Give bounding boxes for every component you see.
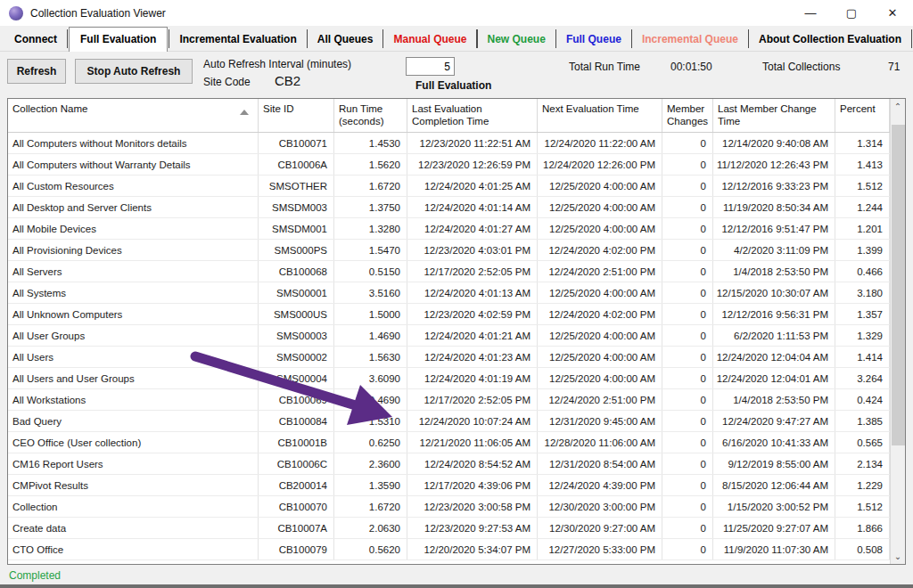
tab-full-evaluation[interactable]: Full Evaluation	[69, 27, 168, 52]
table-row[interactable]: All User GroupsSMS000031.469012/24/2020 …	[8, 325, 890, 347]
app-icon	[9, 6, 23, 20]
minimize-button[interactable]: —	[790, 0, 831, 26]
cell-collection-name: All Computers without Monitors details	[8, 133, 259, 153]
column-header-member-changes[interactable]: Member Changes	[662, 99, 713, 132]
column-header-run-time-seconds[interactable]: Run Time (seconds)	[334, 99, 407, 132]
vertical-scrollbar[interactable]: ⌃ ⌄	[890, 99, 905, 564]
table-row[interactable]: All Desktop and Server ClientsSMSDM0031.…	[8, 197, 890, 218]
table-row[interactable]: CEO Office (User collection)CB10001B0.62…	[8, 432, 890, 453]
table-row[interactable]: All Custom ResourcesSMSOTHER1.672012/24/…	[8, 176, 890, 197]
table-row[interactable]: CMPivot ResultsCB2000141.359012/17/2020 …	[8, 475, 890, 496]
scroll-up-icon[interactable]: ⌃	[891, 99, 905, 114]
cell-last-member-change-time: 11/12/2020 12:26:43 PM	[713, 154, 835, 175]
column-header-label: Collection Name	[12, 102, 252, 115]
cell-member-changes: 0	[662, 325, 713, 346]
cell-run-time-seconds: 0.5150	[334, 261, 407, 282]
column-header-site-id[interactable]: Site ID	[259, 99, 334, 132]
table-row[interactable]: All Unknown ComputersSMS000US1.500012/23…	[8, 304, 890, 325]
app-window: Collection Evaluation Viewer — ▢ ✕ Conne…	[0, 0, 913, 588]
tab-new-queue[interactable]: New Queue	[479, 29, 555, 51]
cell-next-evaluation-time: 12/24/2020 2:51:00 PM	[538, 389, 662, 410]
scrollbar-track[interactable]	[891, 114, 905, 549]
tab-connect[interactable]: Connect	[5, 29, 66, 51]
table-row[interactable]: CM16 Report UsersCB10006C2.360012/24/202…	[8, 453, 890, 475]
close-button[interactable]: ✕	[872, 0, 913, 26]
cell-site-id: SMSDM001	[259, 218, 334, 239]
cell-next-evaluation-time: 12/24/2020 4:02:00 PM	[538, 240, 662, 260]
cell-next-evaluation-time: 12/25/2020 4:00:00 AM	[538, 368, 662, 388]
tab-full-queue[interactable]: Full Queue	[557, 29, 630, 51]
cell-member-changes: 0	[662, 133, 713, 153]
table-row[interactable]: CTO OfficeCB1000790.562012/20/2020 5:34:…	[8, 539, 890, 560]
cell-collection-name: All Desktop and Server Clients	[8, 197, 259, 217]
table-row[interactable]: All Users and User GroupsSMS000043.60901…	[8, 368, 890, 389]
status-bar: Completed	[0, 567, 913, 584]
table-row[interactable]: Bad QueryCB1000841.531012/24/2020 10:07:…	[8, 411, 890, 432]
view-title: Full Evaluation	[415, 79, 491, 92]
refresh-button[interactable]: Refresh	[7, 59, 66, 84]
cell-last-evaluation-completion-time: 12/24/2020 8:54:52 AM	[407, 453, 538, 474]
status-text: Completed	[9, 569, 61, 582]
tab-incremental-evaluation[interactable]: Incremental Evaluation	[170, 29, 305, 51]
cell-last-member-change-time: 6/16/2020 10:41:33 AM	[713, 432, 835, 453]
stop-auto-refresh-button[interactable]: Stop Auto Refresh	[75, 59, 193, 84]
cell-member-changes: 0	[662, 261, 713, 282]
table-row[interactable]: Create dataCB10007A2.063012/23/2020 9:27…	[8, 518, 890, 539]
cell-member-changes: 0	[662, 389, 713, 410]
cell-site-id: SMS00002	[259, 347, 334, 367]
cell-member-changes: 0	[662, 432, 713, 453]
cell-collection-name: Bad Query	[8, 411, 259, 431]
scroll-down-icon[interactable]: ⌄	[891, 549, 905, 564]
cell-percent: 3.264	[835, 368, 890, 388]
table-row[interactable]: CollectionCB1000701.672012/23/2020 3:00:…	[8, 496, 890, 518]
column-header-label: Next Evaluation Time	[542, 102, 656, 115]
cell-next-evaluation-time: 12/25/2020 4:00:00 AM	[538, 176, 662, 196]
tab-bar: ConnectFull EvaluationIncremental Evalua…	[0, 26, 913, 52]
cell-percent: 0.508	[835, 539, 890, 559]
cell-last-member-change-time: 12/24/2020 12:04:04 AM	[713, 347, 835, 367]
cell-next-evaluation-time: 12/27/2020 5:33:00 PM	[538, 539, 662, 559]
cell-run-time-seconds: 1.4530	[334, 133, 407, 153]
column-header-last-member-change-time[interactable]: Last Member Change Time	[713, 99, 835, 132]
table-row[interactable]: All SystemsSMS000013.516012/24/2020 4:01…	[8, 282, 890, 304]
cell-last-member-change-time: 1/4/2018 2:53:50 PM	[713, 261, 835, 282]
maximize-button[interactable]: ▢	[831, 0, 872, 26]
window-title: Collection Evaluation Viewer	[30, 7, 166, 20]
table-row[interactable]: All Provisioning DevicesSMS000PS1.547012…	[8, 240, 890, 261]
cell-site-id: SMS00004	[259, 368, 334, 388]
column-header-label: Run Time (seconds)	[339, 102, 401, 127]
cell-collection-name: CMPivot Results	[8, 475, 259, 495]
cell-percent: 0.424	[835, 389, 890, 410]
cell-percent: 1.512	[835, 496, 890, 517]
table-row[interactable]: All ServersCB1000680.515012/17/2020 2:52…	[8, 261, 890, 282]
cell-last-evaluation-completion-time: 12/24/2020 4:01:21 AM	[407, 325, 538, 346]
table-row[interactable]: All UsersSMS000021.563012/24/2020 4:01:2…	[8, 347, 890, 368]
cell-last-evaluation-completion-time: 12/24/2020 4:01:23 AM	[407, 347, 538, 367]
column-header-last-evaluation-completion-time[interactable]: Last Evaluation Completion Time	[407, 99, 538, 132]
tab-all-queues[interactable]: All Queues	[308, 29, 382, 51]
column-header-percent[interactable]: Percent	[835, 99, 890, 132]
table-row[interactable]: All Mobile DevicesSMSDM0011.328012/24/20…	[8, 218, 890, 240]
cell-next-evaluation-time: 12/31/2020 9:45:00 AM	[538, 411, 662, 431]
table-row[interactable]: All Computers without Monitors detailsCB…	[8, 133, 890, 154]
column-header-collection-name[interactable]: Collection Name	[8, 99, 259, 132]
auto-refresh-interval-input[interactable]	[406, 57, 455, 76]
table-row[interactable]: All Computers without Warranty DetailsCB…	[8, 154, 890, 176]
column-header-label: Member Changes	[667, 102, 707, 127]
table-row[interactable]: All WorkstationsCB1000690.469012/17/2020…	[8, 389, 890, 411]
column-header-next-evaluation-time[interactable]: Next Evaluation Time	[538, 99, 662, 132]
cell-site-id: CB100069	[259, 389, 334, 410]
tab-separator	[555, 29, 556, 48]
cell-next-evaluation-time: 12/31/2020 8:54:00 AM	[538, 453, 662, 474]
scrollbar-thumb[interactable]	[892, 125, 905, 445]
total-collections-value: 71	[888, 61, 900, 73]
tab-incremental-queue[interactable]: Incremental Queue	[633, 29, 747, 51]
tab-manual-queue[interactable]: Manual Queue	[384, 29, 475, 51]
tab-separator	[67, 29, 68, 48]
tab-about-collection-evaluation[interactable]: About Collection Evaluation	[750, 29, 910, 51]
cell-last-member-change-time: 11/9/2020 11:07:30 AM	[713, 539, 835, 559]
cell-percent: 0.466	[835, 261, 890, 282]
total-run-time-label: Total Run Time	[569, 61, 640, 73]
site-code-label: Site Code	[203, 76, 251, 88]
cell-last-evaluation-completion-time: 12/23/2020 12:26:59 PM	[407, 154, 538, 175]
